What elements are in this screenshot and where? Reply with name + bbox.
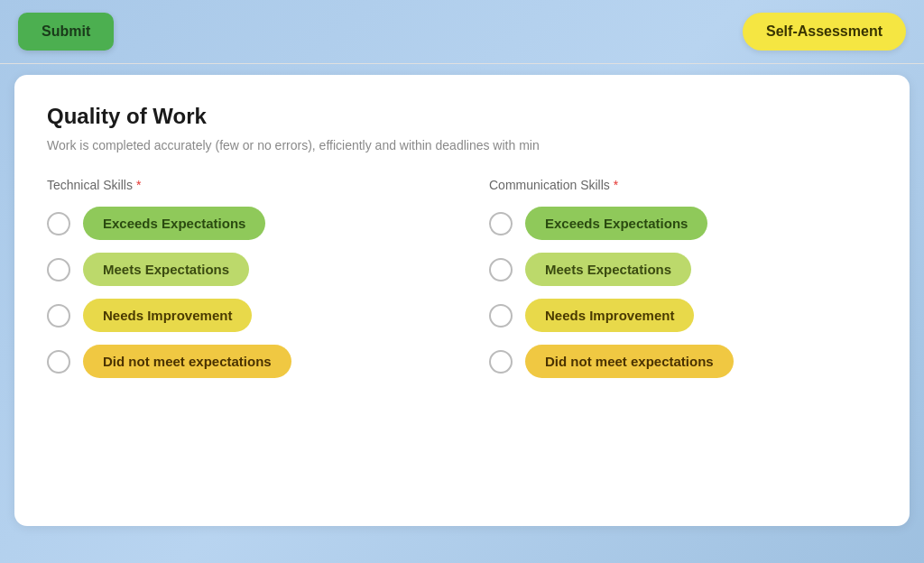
option-pill-tech-4[interactable]: Did not meet expectations	[83, 345, 291, 378]
radio-circle-comm-3[interactable]	[489, 304, 513, 328]
technical-skills-required: *	[136, 178, 141, 192]
technical-skills-column: Technical Skills * Exceeds Expectations …	[47, 178, 435, 378]
list-item[interactable]: Needs Improvement	[47, 299, 435, 332]
list-item[interactable]: Exceeds Expectations	[489, 207, 877, 240]
radio-circle-tech-2[interactable]	[47, 258, 70, 282]
communication-skills-options: Exceeds Expectations Meets Expectations …	[489, 207, 877, 378]
radio-circle-tech-1[interactable]	[47, 212, 70, 235]
list-item[interactable]: Did not meet expectations	[489, 345, 877, 378]
list-item[interactable]: Meets Expectations	[489, 253, 877, 286]
radio-circle-comm-1[interactable]	[489, 212, 513, 235]
divider	[0, 63, 924, 64]
section-description: Work is completed accurately (few or no …	[47, 138, 859, 152]
option-pill-tech-1[interactable]: Exceeds Expectations	[83, 207, 265, 240]
technical-skills-options: Exceeds Expectations Meets Expectations …	[47, 207, 435, 378]
communication-skills-label: Communication Skills *	[489, 178, 877, 192]
list-item[interactable]: Exceeds Expectations	[47, 207, 435, 240]
list-item[interactable]: Needs Improvement	[489, 299, 877, 332]
radio-circle-tech-3[interactable]	[47, 304, 70, 328]
technical-skills-label-text: Technical Skills	[47, 178, 133, 192]
option-pill-comm-2[interactable]: Meets Expectations	[525, 253, 691, 286]
self-assessment-badge[interactable]: Self-Assessment	[743, 13, 906, 51]
communication-skills-label-text: Communication Skills	[489, 178, 610, 192]
option-pill-comm-4[interactable]: Did not meet expectations	[525, 345, 734, 378]
list-item[interactable]: Did not meet expectations	[47, 345, 435, 378]
radio-circle-comm-2[interactable]	[489, 258, 513, 282]
radio-circle-comm-4[interactable]	[489, 350, 513, 374]
radio-circle-tech-4[interactable]	[47, 350, 70, 374]
option-pill-comm-3[interactable]: Needs Improvement	[525, 299, 694, 332]
option-pill-comm-1[interactable]: Exceeds Expectations	[525, 207, 707, 240]
technical-skills-label: Technical Skills *	[47, 178, 435, 192]
section-title: Quality of Work	[47, 104, 877, 129]
content-area: Quality of Work Work is completed accura…	[14, 75, 910, 526]
list-item[interactable]: Meets Expectations	[47, 253, 435, 286]
submit-button[interactable]: Submit	[18, 13, 114, 51]
communication-skills-required: *	[614, 178, 618, 192]
option-pill-tech-3[interactable]: Needs Improvement	[83, 299, 252, 332]
columns: Technical Skills * Exceeds Expectations …	[47, 178, 877, 378]
top-bar: Submit Self-Assessment	[0, 0, 924, 63]
communication-skills-column: Communication Skills * Exceeds Expectati…	[489, 178, 877, 378]
option-pill-tech-2[interactable]: Meets Expectations	[83, 253, 249, 286]
